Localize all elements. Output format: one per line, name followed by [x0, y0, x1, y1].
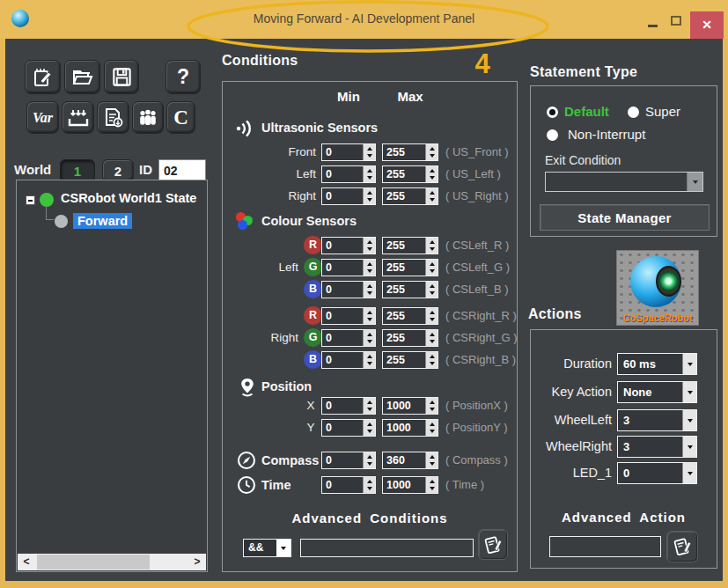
tree-child-item-selected[interactable]: Forward [73, 213, 132, 229]
open-folder-button[interactable] [64, 60, 100, 94]
team-button[interactable] [132, 101, 164, 134]
max-value: 1000 [383, 398, 425, 414]
max-spinner[interactable]: 360 [382, 452, 438, 469]
tree-expand-icon[interactable] [26, 195, 35, 205]
min-spinner[interactable]: 0 [321, 307, 376, 325]
max-spinner[interactable]: 255 [382, 281, 438, 298]
radio-default[interactable] [547, 107, 558, 118]
spinner-buttons-icon[interactable] [363, 260, 375, 276]
radio-super[interactable] [628, 107, 639, 118]
export-doc-button[interactable] [97, 101, 129, 134]
close-button[interactable]: ✕ [690, 11, 724, 39]
spinner-buttons-icon[interactable] [425, 238, 438, 254]
spinner-buttons-icon[interactable] [363, 308, 375, 324]
max-spinner[interactable]: 255 [382, 143, 438, 161]
spinner-buttons-icon[interactable] [425, 144, 438, 160]
exit-condition-dropdown[interactable] [545, 172, 703, 192]
min-spinner[interactable]: 0 [321, 187, 376, 205]
group-label-left: Left [223, 259, 298, 276]
minimize-icon[interactable] [648, 25, 658, 27]
spinner-buttons-icon[interactable] [363, 282, 375, 298]
spinner-buttons-icon[interactable] [425, 282, 438, 298]
max-spinner[interactable]: 255 [382, 187, 438, 205]
spinner-buttons-icon[interactable] [363, 352, 375, 368]
wheelleft-dropdown[interactable]: 3 [617, 409, 697, 431]
max-spinner[interactable]: 1000 [382, 476, 438, 494]
spinner-buttons-icon[interactable] [363, 188, 375, 204]
advanced-conditions-input[interactable] [300, 539, 474, 557]
variables-button[interactable]: Var [26, 101, 59, 134]
spinner-buttons-icon[interactable] [425, 308, 438, 324]
min-spinner[interactable]: 0 [321, 237, 376, 254]
min-spinner[interactable]: 0 [321, 476, 376, 494]
max-spinner[interactable]: 255 [382, 351, 438, 369]
max-spinner[interactable]: 1000 [382, 397, 438, 415]
id-input[interactable]: 02 [158, 159, 206, 181]
spinner-buttons-icon[interactable] [425, 188, 438, 204]
key-action-dropdown[interactable]: None [617, 381, 697, 403]
spinner-buttons-icon[interactable] [425, 330, 438, 346]
min-spinner[interactable]: 0 [321, 397, 376, 415]
min-spinner[interactable]: 0 [321, 143, 376, 161]
chevron-down-icon[interactable] [682, 463, 696, 483]
spinner-buttons-icon[interactable] [425, 477, 438, 493]
spinner-buttons-icon[interactable] [425, 166, 438, 182]
spinner-buttons-icon[interactable] [425, 452, 438, 468]
scrollbar-thumb[interactable] [37, 555, 150, 570]
spinner-buttons-icon[interactable] [425, 260, 438, 276]
maximize-icon[interactable] [671, 16, 681, 26]
max-spinner[interactable]: 255 [382, 237, 438, 254]
operator-select[interactable]: && [243, 539, 291, 557]
chevron-down-icon[interactable] [682, 437, 696, 457]
spinner-buttons-icon[interactable] [363, 238, 375, 254]
max-spinner[interactable]: 255 [382, 165, 438, 183]
max-spinner[interactable]: 255 [382, 307, 438, 325]
min-spinner[interactable]: 0 [321, 329, 376, 347]
spinner-buttons-icon[interactable] [425, 352, 438, 368]
horizontal-scrollbar[interactable]: < > [18, 554, 206, 570]
spinner-buttons-icon[interactable] [363, 477, 375, 493]
help-button[interactable]: ? [165, 60, 201, 94]
chevron-down-icon[interactable] [687, 173, 702, 191]
save-button[interactable] [104, 60, 139, 94]
scroll-right-icon[interactable]: > [188, 554, 206, 570]
edit-advanced-action-button[interactable] [666, 531, 698, 562]
max-spinner[interactable]: 1000 [382, 419, 438, 437]
max-value: 1000 [383, 420, 425, 436]
wheelright-dropdown[interactable]: 3 [617, 436, 697, 458]
max-spinner[interactable]: 255 [382, 259, 438, 276]
min-spinner[interactable]: 0 [321, 351, 376, 369]
radio-non-interrupt[interactable] [547, 129, 558, 141]
min-spinner[interactable]: 0 [321, 165, 376, 183]
new-note-button[interactable] [25, 60, 61, 94]
min-spinner[interactable]: 0 [321, 281, 376, 298]
max-spinner[interactable]: 255 [382, 329, 438, 347]
min-spinner[interactable]: 0 [321, 419, 376, 437]
variable-label: ( CSRight_R ) [445, 307, 517, 325]
spinner-buttons-icon[interactable] [363, 452, 375, 468]
min-spinner[interactable]: 0 [321, 259, 376, 276]
chevron-down-icon[interactable] [682, 354, 696, 374]
spinner-buttons-icon[interactable] [363, 166, 375, 182]
scroll-left-icon[interactable]: < [18, 554, 35, 570]
actions-groupbox: Duration 60 ms Key Action None WheelLeft… [530, 329, 717, 569]
state-manager-button[interactable]: State Manager [540, 204, 710, 231]
advanced-action-input[interactable] [549, 536, 661, 557]
chevron-down-icon[interactable] [682, 382, 696, 402]
condition-row-time: Time 0 1000 ( Time ) [223, 476, 517, 495]
led1-dropdown[interactable]: 0 [617, 462, 697, 484]
spinner-buttons-icon[interactable] [363, 420, 375, 436]
load-button[interactable] [62, 101, 94, 134]
c-code-button[interactable]: C [166, 101, 195, 134]
tree-root-item[interactable]: CSRobot World1 State [61, 191, 196, 205]
spinner-buttons-icon[interactable] [425, 398, 438, 414]
chevron-down-icon[interactable] [682, 410, 696, 430]
spinner-buttons-icon[interactable] [363, 398, 375, 414]
chevron-down-icon[interactable] [276, 540, 290, 556]
spinner-buttons-icon[interactable] [363, 144, 375, 160]
spinner-buttons-icon[interactable] [425, 420, 438, 436]
min-spinner[interactable]: 0 [321, 452, 376, 469]
duration-dropdown[interactable]: 60 ms [617, 353, 697, 375]
spinner-buttons-icon[interactable] [363, 330, 375, 346]
edit-advanced-conditions-button[interactable] [478, 529, 508, 560]
